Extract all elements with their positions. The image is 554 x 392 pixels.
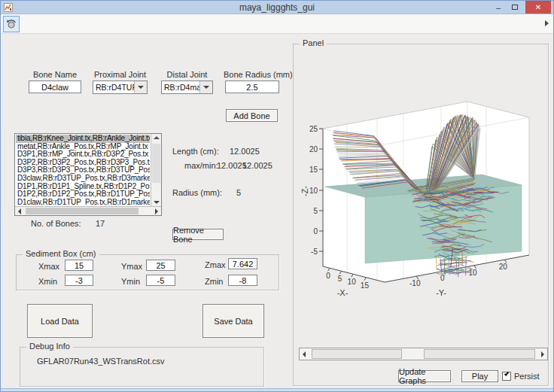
- scroll-left-icon[interactable]: [18, 208, 21, 214]
- persist-label: Persist: [514, 372, 540, 381]
- load-data-button[interactable]: Load Data: [27, 304, 93, 338]
- list-item[interactable]: D3claw,RB:rD3TUP_Pos.tx,RB:rD3markerJoin…: [16, 175, 150, 183]
- bone-name-input[interactable]: [29, 81, 81, 93]
- svg-text:5: 5: [338, 275, 342, 283]
- window-border: [1, 388, 553, 391]
- bone-radius-label: Bone Radius (mm): [224, 70, 281, 79]
- chevron-down-icon: [203, 86, 209, 89]
- svg-text:20: 20: [309, 145, 318, 153]
- bone-name-label: Bone Name: [29, 70, 81, 79]
- title-bar: maya_liggghts_gui – ✕: [1, 1, 553, 14]
- length-value: 12.0025: [230, 147, 260, 156]
- slider-thumb[interactable]: [403, 349, 423, 359]
- ymin-label: Ymin: [121, 277, 140, 286]
- svg-text:-X-: -X-: [337, 288, 349, 297]
- xmax-label: Xmax: [38, 262, 59, 271]
- proximal-joint-dropdown[interactable]: RB:rD4TUP_P...: [93, 81, 148, 94]
- play-button[interactable]: Play: [461, 370, 498, 382]
- debug-info-title: Debug Info: [26, 342, 73, 351]
- distal-joint-dropdown[interactable]: RB:rD4marker...: [161, 81, 213, 94]
- length-label: Length (cm):: [172, 147, 219, 156]
- remove-bone-button[interactable]: Remove Bone: [172, 229, 224, 240]
- ymin-input[interactable]: [146, 275, 175, 286]
- svg-text:15: 15: [361, 281, 370, 290]
- maxmin-label: max/min:: [184, 161, 218, 170]
- dropdown-arrow-button[interactable]: [199, 81, 212, 93]
- svg-text:0: 0: [326, 272, 330, 280]
- listbox-horizontal-scrollbar[interactable]: [15, 206, 161, 215]
- window-title: maya_liggghts_gui: [1, 2, 553, 13]
- svg-text:10: 10: [309, 187, 318, 195]
- scroll-up-icon[interactable]: [154, 136, 160, 139]
- update-graphs-button[interactable]: Update Graphs: [398, 370, 451, 382]
- chevron-down-icon: [138, 86, 144, 89]
- persist-checkbox[interactable]: [502, 372, 511, 381]
- check-icon: [504, 371, 509, 376]
- slider-left-icon[interactable]: [303, 351, 306, 357]
- bone-radius-input[interactable]: [225, 81, 279, 93]
- svg-text:15: 15: [309, 166, 318, 174]
- rotate-3d-icon: [5, 18, 17, 30]
- proximal-joint-value: RB:rD4TUP_P...: [93, 81, 134, 93]
- proximal-joint-label: Proximal Joint: [93, 70, 148, 79]
- slider-trough[interactable]: [424, 349, 535, 359]
- ymax-input[interactable]: [146, 260, 175, 271]
- rotate-3d-tool-button[interactable]: [3, 16, 20, 32]
- min-value: 12.0025: [242, 161, 272, 170]
- svg-text:0: 0: [313, 227, 318, 236]
- slider-right-icon[interactable]: [541, 351, 544, 357]
- list-item[interactable]: D1claw,RB:rD1TUP_Pos.tx,RB:rD1markerjoin…: [16, 199, 150, 205]
- sediment-box-title: Sediment Box (cm): [23, 249, 99, 258]
- radius-label: Radius (mm):: [172, 188, 222, 197]
- list-item[interactable]: tibia,RB:rKnee_Joint.tx,RB:rAnkle_Joint.…: [16, 135, 150, 143]
- radius-value: 5: [236, 188, 241, 197]
- save-data-button[interactable]: Save Data: [202, 304, 264, 338]
- dropdown-arrow-button[interactable]: [134, 81, 147, 93]
- 3d-plot[interactable]: 2520151050-5051015-1001020-X--Y--Z-: [299, 72, 547, 307]
- xmin-input[interactable]: [65, 275, 93, 286]
- svg-text:-5: -5: [311, 248, 318, 256]
- frame-slider[interactable]: [299, 348, 548, 360]
- slider-trough[interactable]: [312, 349, 402, 359]
- svg-text:-Z-: -Z-: [300, 186, 309, 196]
- minimize-button[interactable]: –: [492, 1, 505, 14]
- zmin-input[interactable]: [228, 275, 257, 286]
- scroll-down-icon[interactable]: [154, 201, 160, 204]
- debug-text: GFLAR07Run43_WSTransRot.csv: [37, 357, 165, 366]
- scrollbar-thumb[interactable]: [26, 208, 138, 214]
- panel-title: Panel: [300, 38, 327, 47]
- zmax-label: Zmax: [205, 260, 226, 269]
- scrollbar-thumb[interactable]: [152, 144, 160, 183]
- bone-listbox[interactable]: tibia,RB:rKnee_Joint.tx,RB:rAnkle_Joint.…: [14, 133, 162, 216]
- svg-text:25: 25: [309, 125, 318, 133]
- xmax-input[interactable]: [65, 260, 93, 271]
- distal-joint-label: Distal Joint: [161, 70, 213, 79]
- add-bone-button[interactable]: Add Bone: [226, 109, 278, 122]
- svg-text:-Y-: -Y-: [436, 288, 446, 297]
- ymax-label: Ymax: [121, 262, 142, 271]
- bone-count-label: No. of Bones:: [31, 219, 81, 228]
- distal-joint-value: RB:rD4marker...: [162, 81, 199, 93]
- xmin-label: Xmin: [38, 277, 57, 286]
- debug-info-group: Debug Info GFLAR07Run43_WSTransRot.csv: [20, 347, 264, 387]
- listbox-vertical-scrollbar[interactable]: [151, 134, 161, 206]
- scroll-right-icon[interactable]: [155, 208, 158, 214]
- app-window: maya_liggghts_gui – ✕ Bone Name Proximal…: [0, 0, 554, 392]
- svg-text:10: 10: [348, 278, 357, 286]
- svg-text:20: 20: [499, 263, 508, 271]
- zmax-input[interactable]: [228, 258, 257, 269]
- zmin-label: Zmin: [205, 277, 223, 286]
- close-button[interactable]: ✕: [525, 1, 551, 14]
- bone-count-value: 17: [96, 219, 105, 228]
- svg-text:-10: -10: [409, 279, 421, 287]
- maximize-icon: [512, 5, 518, 10]
- svg-text:5: 5: [313, 207, 318, 215]
- toolbar: [1, 14, 553, 34]
- toolbar-overflow-icon[interactable]: [545, 20, 549, 26]
- maximize-button[interactable]: [508, 1, 522, 14]
